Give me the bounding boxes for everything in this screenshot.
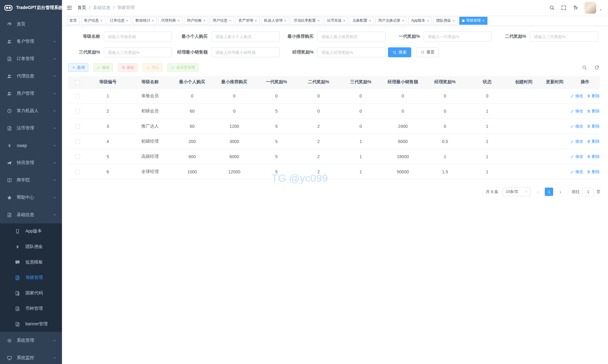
close-icon[interactable]: × <box>255 19 257 23</box>
close-icon[interactable]: × <box>482 19 485 23</box>
sidebar-item[interactable]: 系统管理 <box>0 332 62 349</box>
breadcrumb-item[interactable]: 基础信息 <box>93 5 110 11</box>
refresh-icon[interactable] <box>594 65 599 70</box>
edit-link[interactable]: 修改 <box>571 93 583 99</box>
toolbar-button[interactable]: 删除 <box>118 63 138 72</box>
row-checkbox[interactable] <box>75 170 80 174</box>
tab-item[interactable]: 资产管理× <box>236 17 260 25</box>
close-icon[interactable]: × <box>203 19 205 23</box>
search-icon[interactable] <box>582 65 587 70</box>
filter-input[interactable] <box>211 47 280 57</box>
delete-link[interactable]: 删除 <box>587 169 600 175</box>
font-size-icon[interactable] <box>573 5 578 11</box>
select-all-checkbox[interactable] <box>75 80 80 85</box>
filter-input[interactable] <box>530 32 598 41</box>
close-icon[interactable]: × <box>100 19 103 23</box>
sidebar-item[interactable]: 订单管理 <box>0 50 62 67</box>
submenu-item[interactable]: ¥团队佣金 <box>0 239 62 254</box>
tab-item[interactable]: 兑换配置× <box>350 17 374 25</box>
edit-link[interactable]: 修改 <box>571 139 583 144</box>
breadcrumb-home[interactable]: 首页 <box>77 5 86 11</box>
sidebar-item[interactable]: 基础信息 <box>0 206 62 223</box>
sidebar-item[interactable]: 法币管理 <box>0 119 62 137</box>
tab-item[interactable]: 团队佣金× <box>434 17 458 25</box>
tab-active[interactable]: 等级管理× <box>459 17 487 25</box>
tab-item[interactable]: 浮动比率配置× <box>291 17 322 25</box>
tab-item[interactable]: 客户信息× <box>81 17 105 25</box>
page-size-select[interactable]: 10条/页 <box>503 188 531 196</box>
edit-link[interactable]: 修改 <box>571 108 583 114</box>
prev-page-button[interactable]: ‹ <box>534 188 542 196</box>
close-icon[interactable]: × <box>284 19 286 23</box>
tab-item[interactable]: 代理列表× <box>158 17 183 25</box>
filter-input[interactable] <box>104 47 172 57</box>
filter-input[interactable] <box>317 32 386 41</box>
filter-input[interactable] <box>424 32 492 41</box>
caret-down-icon[interactable] <box>599 8 602 12</box>
sidebar-item[interactable]: 商学院 <box>0 171 62 189</box>
close-icon[interactable]: × <box>343 19 345 23</box>
submenu-item[interactable]: App版本 <box>0 223 62 239</box>
toolbar-button[interactable]: 导出 <box>143 63 163 72</box>
search-button[interactable]: 搜索 <box>388 47 411 57</box>
tab-item[interactable]: 机器人管理× <box>261 17 289 25</box>
add-button[interactable]: 新增 <box>68 63 88 72</box>
hamburger-icon[interactable] <box>66 5 73 11</box>
edit-link[interactable]: 修改 <box>571 124 583 129</box>
row-checkbox[interactable] <box>75 109 80 114</box>
submenu-item[interactable]: 国家代码 <box>0 285 62 301</box>
close-icon[interactable]: × <box>427 19 429 23</box>
delete-link[interactable]: 删除 <box>587 93 600 99</box>
row-checkbox[interactable] <box>75 124 80 129</box>
submenu-item[interactable]: 短息模板 <box>0 254 62 270</box>
submenu-item[interactable]: 币种管理 <box>0 301 62 316</box>
tab-item[interactable]: 订单信息× <box>107 17 131 25</box>
sidebar-item[interactable]: 用户管理 <box>0 85 62 102</box>
row-checkbox[interactable] <box>75 139 80 144</box>
sidebar-item[interactable]: 帮助中心 <box>0 189 62 206</box>
close-icon[interactable]: × <box>152 19 154 23</box>
close-icon[interactable]: × <box>178 19 180 23</box>
row-checkbox[interactable] <box>75 94 80 98</box>
tab-item[interactable]: 用户转账× <box>184 17 208 25</box>
sidebar-item[interactable]: 系统监控 <box>0 349 62 364</box>
edit-link[interactable]: 修改 <box>571 169 583 175</box>
sidebar-item[interactable]: 算力机器人 <box>0 102 62 119</box>
edit-link[interactable]: 修改 <box>571 154 583 159</box>
sidebar-item[interactable]: ¥swap <box>0 137 62 154</box>
row-checkbox[interactable] <box>75 154 80 159</box>
tab-item[interactable]: App版本× <box>408 17 432 25</box>
delete-link[interactable]: 删除 <box>587 108 600 114</box>
toolbar-button[interactable]: 修改 <box>93 63 113 72</box>
submenu-item[interactable]: banner管理 <box>0 316 62 332</box>
tab-item[interactable]: 数据统计× <box>133 17 157 25</box>
filter-input[interactable] <box>211 32 280 41</box>
page-number-active[interactable]: 1 <box>545 188 553 196</box>
avatar[interactable] <box>584 2 596 14</box>
close-icon[interactable]: × <box>453 19 455 23</box>
sidebar-item[interactable]: 客户管理 <box>0 33 62 50</box>
toolbar-button[interactable]: 多语言管理 <box>167 63 199 72</box>
submenu-item[interactable]: 等级管理 <box>0 270 62 285</box>
close-icon[interactable]: × <box>317 19 319 23</box>
tab-item[interactable]: 首页 <box>67 17 80 25</box>
sidebar-item[interactable]: 快讯管理 <box>0 154 62 171</box>
close-icon[interactable]: × <box>229 19 231 23</box>
close-icon[interactable]: × <box>402 19 404 23</box>
delete-link[interactable]: 删除 <box>587 124 600 129</box>
sidebar-item[interactable]: 代理信息 <box>0 67 62 85</box>
filter-input[interactable] <box>317 47 386 57</box>
delete-link[interactable]: 删除 <box>587 139 600 144</box>
tab-item[interactable]: 法币充值× <box>324 17 348 25</box>
filter-input[interactable] <box>104 32 172 41</box>
goto-page-input[interactable] <box>582 188 594 196</box>
delete-link[interactable]: 删除 <box>587 154 600 159</box>
reset-button[interactable]: 重置 <box>416 47 439 57</box>
next-page-button[interactable]: › <box>556 188 564 196</box>
tab-item[interactable]: 用户信息× <box>210 17 234 25</box>
close-icon[interactable]: × <box>126 19 128 23</box>
close-icon[interactable]: × <box>369 19 371 23</box>
search-icon[interactable] <box>549 5 555 11</box>
sidebar-item[interactable]: 首页 <box>0 15 62 33</box>
tab-item[interactable]: 用户兑换记录× <box>375 17 407 25</box>
